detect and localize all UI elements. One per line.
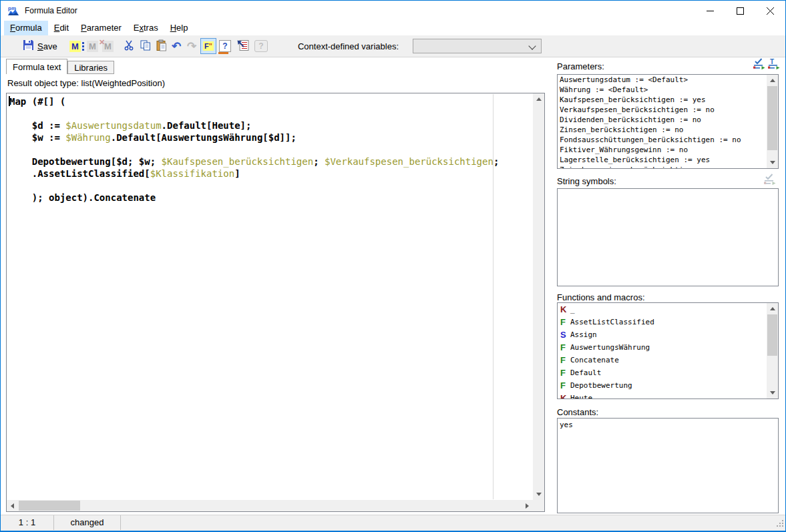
parameter-item[interactable]: Kaufspesen_berücksichtigen := yes xyxy=(558,95,767,105)
function-item[interactable]: FAssetListClassified xyxy=(558,316,767,328)
paste-button[interactable] xyxy=(156,38,168,54)
validate-formula-button[interactable] xyxy=(236,38,249,54)
delete-macro-button[interactable]: M✕ xyxy=(102,38,114,54)
parameter-item[interactable]: Fondsausschüttungen_berücksichtigen := n… xyxy=(558,135,767,145)
code-line xyxy=(9,180,533,192)
save-button[interactable]: Save xyxy=(21,38,59,54)
copy-button[interactable] xyxy=(140,38,152,54)
parameter-item[interactable]: Auswertungsdatum := <Default> xyxy=(558,75,767,85)
function-type-icon: F xyxy=(560,317,570,327)
function-item[interactable]: K_ xyxy=(558,303,767,316)
parameter-item[interactable]: Zwischengewinne_berücksichtigen := no xyxy=(558,165,767,168)
format-string-toggle[interactable]: F” xyxy=(200,38,216,54)
status-modified-state: changed xyxy=(54,515,121,530)
context-variables-select[interactable] xyxy=(413,39,542,53)
toolbar: Save M M M✕ xyxy=(1,35,785,57)
function-item[interactable]: FDefault xyxy=(558,366,767,379)
editor-horizontal-scrollbar[interactable] xyxy=(7,500,533,511)
menu-item-edit[interactable]: Edit xyxy=(48,21,75,35)
parameter-item[interactable]: Zinsen_berücksichtigen := no xyxy=(558,125,767,135)
function-item[interactable]: KHeute xyxy=(558,392,767,398)
scroll-down-button[interactable] xyxy=(767,157,778,168)
format-string-icon: F” xyxy=(203,41,214,51)
parameter-item[interactable]: Lagerstelle_berücksichtigen := yes xyxy=(558,155,767,165)
vertical-scroll-thumb[interactable] xyxy=(767,86,777,150)
function-item[interactable]: FAuswertungsWährung xyxy=(558,341,767,354)
scroll-up-button[interactable] xyxy=(767,75,778,86)
scroll-down-button[interactable] xyxy=(767,387,778,398)
function-name: Heute xyxy=(570,394,592,398)
chevron-down-icon xyxy=(528,42,536,49)
function-type-icon: F xyxy=(560,368,570,378)
function-item[interactable]: FConcatenate xyxy=(558,354,767,366)
function-name: _ xyxy=(570,305,575,314)
editor-vertical-scrollbar[interactable] xyxy=(533,93,544,500)
string-symbols-action-icon xyxy=(763,174,777,185)
function-name: Concatenate xyxy=(570,356,619,364)
question-check-icon: ? xyxy=(219,40,231,52)
parameters-list: Auswertungsdatum := <Default>Währung := … xyxy=(557,74,779,169)
function-type-icon: S xyxy=(560,330,570,340)
editor-caret xyxy=(9,96,10,106)
paste-icon xyxy=(156,39,168,53)
constants-list: yes xyxy=(557,418,779,513)
menu-item-extras[interactable]: Extras xyxy=(128,21,164,35)
tab-formula-text[interactable]: Formula text xyxy=(6,59,67,74)
parameter-item[interactable]: Verkaufspesen_berücksichtigen := no xyxy=(558,105,767,115)
syntax-check-button[interactable]: ? xyxy=(219,38,231,54)
scroll-left-button[interactable] xyxy=(7,500,18,511)
formula-text-area[interactable]: Map (#[] ( $d := $Auswertungsdatum.Defau… xyxy=(7,93,533,500)
constant-item[interactable]: yes xyxy=(558,419,778,430)
macro-insert-icon: M xyxy=(69,41,81,52)
menu-item-help[interactable]: Help xyxy=(164,21,194,35)
redo-icon: ↷ xyxy=(187,39,196,53)
insert-macro-button[interactable]: M xyxy=(69,38,84,54)
menu-item-parameter[interactable]: Parameter xyxy=(75,21,128,35)
code-line: $w := $Währung.Default[AuswertungsWährun… xyxy=(9,131,533,144)
edit-macro-button[interactable]: M xyxy=(87,38,98,54)
functions-scrollbar[interactable] xyxy=(767,303,778,398)
parameters-label: Parameters: xyxy=(557,61,604,71)
function-name: AssetListClassified xyxy=(570,318,654,326)
code-line xyxy=(9,144,533,156)
close-button[interactable] xyxy=(755,1,785,21)
cut-button[interactable] xyxy=(124,38,135,54)
titlebar: pm Formula Editor xyxy=(1,1,785,21)
context-help-button[interactable]: ? xyxy=(254,38,268,54)
redo-button[interactable]: ↷ xyxy=(187,38,196,54)
vertical-scroll-thumb[interactable] xyxy=(767,314,777,356)
parameters-scrollbar[interactable] xyxy=(767,75,778,168)
undo-icon: ↶ xyxy=(172,39,181,53)
code-line: $d := $Auswertungsdatum.Default[Heute]; xyxy=(9,119,533,131)
parameter-item[interactable]: Fiktiver_Währungsgewinn := no xyxy=(558,145,767,155)
scroll-right-button[interactable] xyxy=(522,500,533,511)
minimize-button[interactable] xyxy=(695,1,725,21)
macro-delete-icon: M✕ xyxy=(102,41,114,52)
scroll-up-button[interactable] xyxy=(533,93,544,105)
function-item[interactable]: SAssign xyxy=(558,328,767,341)
status-cursor-position: 1 : 1 xyxy=(1,515,54,530)
undo-button[interactable]: ↶ xyxy=(172,38,181,54)
window-title: Formula Editor xyxy=(25,6,77,15)
function-name: AuswertungsWährung xyxy=(570,343,650,352)
scroll-down-button[interactable] xyxy=(533,489,544,500)
code-line: Depotbewertung[$d; $w; $Kaufspesen_berüc… xyxy=(9,156,533,168)
function-type-icon: K xyxy=(560,393,570,398)
resize-grip[interactable] xyxy=(776,519,784,529)
horizontal-scroll-thumb[interactable] xyxy=(19,501,80,511)
scissors-icon xyxy=(124,39,135,53)
statusbar: 1 : 1 changed xyxy=(1,515,785,531)
maximize-button[interactable] xyxy=(725,1,755,21)
scroll-up-button[interactable] xyxy=(767,303,778,314)
svg-text:T: T xyxy=(770,58,774,65)
string-symbols-list[interactable] xyxy=(557,188,779,286)
function-item[interactable]: FDepotbewertung xyxy=(558,379,767,392)
function-type-icon: F xyxy=(560,342,570,352)
help-bubble-icon: ? xyxy=(254,40,268,52)
parameter-item[interactable]: Dividenden_berücksichtigen := no xyxy=(558,115,767,125)
parameter-type-icon[interactable]: T xyxy=(767,58,781,69)
parameter-item[interactable]: Währung := <Default> xyxy=(558,85,767,95)
tab-libraries[interactable]: Libraries xyxy=(67,61,114,74)
parameter-default-check-icon[interactable] xyxy=(753,58,766,69)
menu-item-formula[interactable]: Formula xyxy=(4,21,48,35)
